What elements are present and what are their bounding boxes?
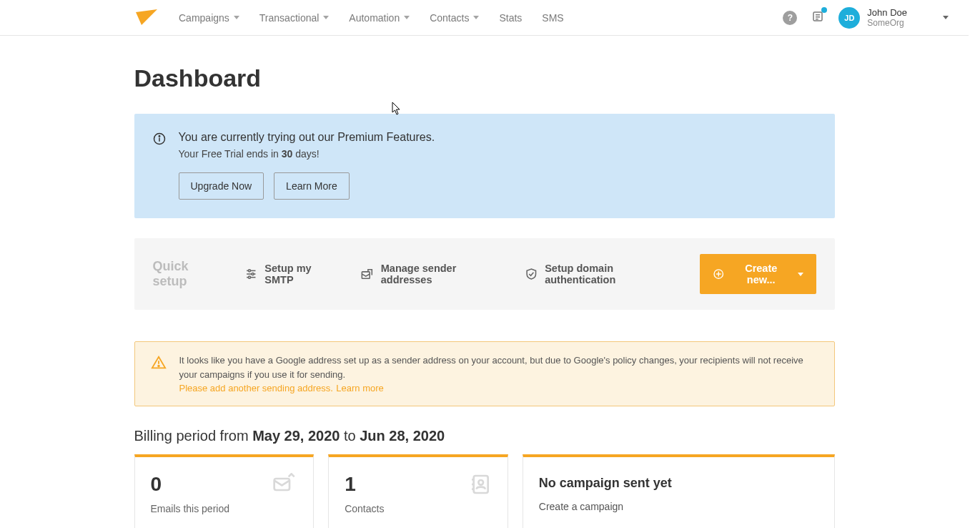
stat-label: Emails this period <box>151 503 298 514</box>
setup-domain-link[interactable]: Setup domain authentication <box>525 263 678 285</box>
info-icon <box>153 132 166 200</box>
notification-dot-icon <box>821 7 827 13</box>
help-icon[interactable]: ? <box>783 11 797 25</box>
nav-label: Stats <box>499 12 522 24</box>
chevron-down-icon <box>798 273 803 276</box>
warning-icon <box>151 355 167 394</box>
top-navbar: Campaigns Transactional Automation Conta… <box>0 0 969 36</box>
user-name: John Doe <box>867 7 907 18</box>
setup-smtp-link[interactable]: Setup my SMTP <box>244 263 337 285</box>
warn-learn-more-link[interactable]: Learn more <box>336 383 383 393</box>
nav-label: Contacts <box>430 12 469 24</box>
avatar: JD <box>838 7 860 29</box>
notifications-icon[interactable] <box>811 10 824 26</box>
nav-transactional[interactable]: Transactional <box>259 12 330 24</box>
qs-item-label: Setup my SMTP <box>264 263 337 285</box>
user-org: SomeOrg <box>867 18 907 28</box>
stat-card-emails[interactable]: 0 Emails this period <box>134 454 315 528</box>
stat-card-campaign: No campaign sent yet Create a campaign <box>523 454 835 528</box>
billing-period-heading: Billing period from May 29, 2020 to Jun … <box>134 428 835 444</box>
svg-point-12 <box>248 276 250 278</box>
nav-label: Campaigns <box>179 12 229 24</box>
nav-automation[interactable]: Automation <box>349 12 410 24</box>
envelope-icon <box>270 473 297 499</box>
create-new-label: Create new... <box>732 263 791 285</box>
chevron-down-icon <box>943 16 949 19</box>
nav-sms[interactable]: SMS <box>542 12 563 24</box>
page-title: Dashboard <box>134 64 835 92</box>
stats-row: 0 Emails this period 1 Contacts No campa… <box>134 454 835 528</box>
nav-label: Automation <box>349 12 400 24</box>
topbar-right: ? JD John Doe SomeOrg <box>783 7 949 29</box>
chevron-down-icon <box>323 16 329 19</box>
qs-item-label: Setup domain authentication <box>545 263 677 285</box>
add-sender-link[interactable]: Please add another sending address. <box>179 383 333 393</box>
brand-logo-icon[interactable] <box>134 8 159 28</box>
qs-item-label: Manage sender addresses <box>381 263 502 285</box>
upgrade-now-button[interactable]: Upgrade Now <box>179 172 264 200</box>
svg-point-11 <box>252 273 254 275</box>
trial-headline: You are currently trying out our Premium… <box>179 131 435 144</box>
quick-setup-label: Quick setup <box>153 259 222 289</box>
trial-subtext: Your Free Trial ends in 30 days! <box>179 148 435 160</box>
nav-label: SMS <box>542 12 563 24</box>
learn-more-button[interactable]: Learn More <box>274 172 350 200</box>
nav-stats[interactable]: Stats <box>499 12 522 24</box>
svg-point-18 <box>158 366 159 367</box>
manage-sender-link[interactable]: Manage sender addresses <box>360 263 501 285</box>
create-new-button[interactable]: Create new... <box>700 254 816 294</box>
trial-banner: You are currently trying out our Premium… <box>134 114 835 218</box>
svg-point-10 <box>248 270 250 272</box>
stat-card-contacts[interactable]: 1 Contacts <box>328 454 508 528</box>
chevron-down-icon <box>404 16 410 19</box>
no-campaign-title: No campaign sent yet <box>539 476 818 491</box>
warning-text: It looks like you have a Google address … <box>179 353 818 381</box>
chevron-down-icon <box>234 16 239 19</box>
nav-label: Transactional <box>259 12 320 24</box>
main-nav: Campaigns Transactional Automation Conta… <box>179 12 564 24</box>
quick-setup-bar: Quick setup Setup my SMTP Manage sender … <box>134 238 835 310</box>
stat-label: Contacts <box>345 503 492 514</box>
svg-point-21 <box>478 480 483 485</box>
svg-point-6 <box>159 136 160 137</box>
user-menu[interactable]: JD John Doe SomeOrg <box>838 7 949 29</box>
nav-campaigns[interactable]: Campaigns <box>179 12 239 24</box>
chevron-down-icon <box>473 16 479 19</box>
create-campaign-link[interactable]: Create a campaign <box>539 501 818 512</box>
nav-contacts[interactable]: Contacts <box>430 12 479 24</box>
contact-book-icon <box>469 473 492 499</box>
main-content: Dashboard You are currently trying out o… <box>134 36 835 528</box>
warning-banner: It looks like you have a Google address … <box>134 341 835 406</box>
